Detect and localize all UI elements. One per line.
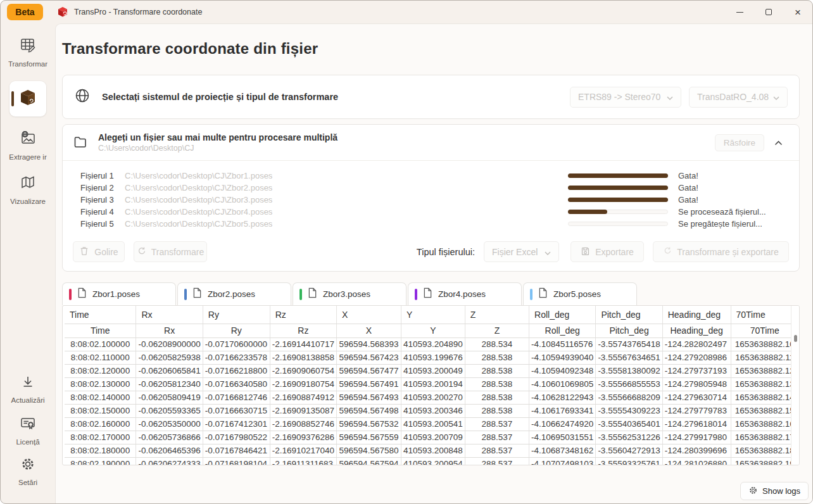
tab-Zbor5.poses[interactable]: Zbor5.poses [523,282,637,305]
cell: 288.537 [465,444,529,457]
transform-button[interactable]: Transformare [134,241,207,262]
table-row[interactable]: 8:08:02.100000-0.06208900000-0.071706000… [65,337,799,351]
browse-button[interactable]: Răsfoire [715,134,764,151]
cell: -0.07168198104 [203,457,270,465]
file-path: C:\Users\codor\Desktop\CJ\Zbor2.poses [125,183,568,192]
cell: -2.16911311683 [270,457,336,465]
table-scrollbar[interactable] [791,306,799,465]
cell: -4.10687348162 [529,444,596,457]
file-path: C:\Users\codor\Desktop\CJ\Zbor5.poses [125,219,568,229]
cell: -4.10628122943 [529,391,596,404]
cell: 1653638882.15 [731,404,799,417]
column-header: 70Time [731,306,799,324]
file-type-dropdown[interactable]: Fișier Excel [484,241,559,262]
cell: -4.10594092348 [529,364,596,377]
show-logs-button[interactable]: Show logs [740,482,809,500]
cell: -124.280399696 [662,444,731,457]
cell: 8:08:02.150000 [65,404,136,417]
column-header: Pitch_deg [596,306,662,324]
cell: 410593.200848 [401,444,465,457]
projection-card-title: Selectați sistemul de proiecție și tipul… [102,92,338,102]
cell: -0.07167412301 [203,417,270,431]
cell: 410593.200194 [401,377,465,391]
table-row[interactable]: 8:08:02.150000-0.06205593365-0.071666307… [65,404,799,417]
cell: -0.07166340580 [203,377,270,391]
collapse-button[interactable] [774,138,783,148]
table-row[interactable]: 8:08:02.140000-0.06205809419-0.071668127… [65,391,799,404]
clear-button[interactable]: Golire [73,241,125,262]
maximize-icon [766,9,772,15]
app-logo-icon [57,6,68,18]
table-row[interactable]: 8:08:02.190000-0.06206274333-0.071681981… [65,457,799,465]
tab-Zbor3.poses[interactable]: Zbor3.poses [293,282,406,305]
cell: 596594.567580 [337,444,401,457]
sidebar-item-4[interactable]: Vizualizare [1,174,55,205]
table-row[interactable]: 8:08:02.160000-0.06205350000-0.071674123… [65,417,799,431]
show-logs-label: Show logs [762,486,800,496]
cell: 596594.567559 [337,431,401,444]
cell: -0.06206065841 [136,364,203,377]
cell: 288.537 [465,457,529,465]
subheader-cell: Time [65,324,136,337]
file-path: C:\Users\codor\Desktop\CJ\Zbor1.poses [125,171,568,180]
close-button[interactable]: × [783,1,812,23]
maximize-button[interactable] [754,1,783,23]
cell: -124.282802497 [662,337,731,351]
minimize-icon [736,12,743,13]
file-row-2: Fișierul 2 C:\Users\codor\Desktop\CJ\Zbo… [80,182,789,194]
table-row[interactable]: 8:08:02.120000-0.06206065841-0.071662188… [65,364,799,377]
sidebar-item-1[interactable]: Transformar [1,37,55,68]
cell: -2.16909376286 [270,431,336,444]
file-status: Gata! [678,171,789,180]
table-row[interactable]: 8:08:02.170000-0.06205736866-0.071679805… [65,431,799,444]
tab-label: Zbor1.poses [92,289,140,299]
sidebar-item-label: Vizualizare [10,198,46,205]
file-actions: Golire Transformare Tipul fișierului: Fi… [63,234,799,271]
close-icon: × [795,7,801,18]
app-window: Beta TransPro - Transformare coordonate … [0,0,813,504]
scrollbar-thumb[interactable] [794,335,797,342]
subheader-cell: X [337,324,401,337]
cell: -2.16908852746 [270,417,336,431]
file-type-value: Fișier Excel [492,247,538,257]
table-row[interactable]: 8:08:02.110000-0.06205825938-0.071662335… [65,351,799,364]
cell: 288.538 [465,391,529,404]
sidebar-item-label: Actualizări [11,396,44,404]
transform-export-button[interactable]: Transformare și exportare [653,241,789,262]
doc-icon [77,287,87,301]
file-list: Fișierul 1 C:\Users\codor\Desktop\CJ\Zbo… [63,161,799,234]
cell: -0.07166812746 [203,391,270,404]
tab-Zbor1.poses[interactable]: Zbor1.poses [62,282,176,305]
transform-method-dropdown[interactable]: TransDatRO_4.08 [689,87,788,108]
sidebar-bottom-item-3[interactable]: Setări [1,457,55,486]
tab-label: Zbor4.poses [438,289,486,299]
cell: -0.07166218800 [203,364,270,377]
cell: -2.16909180754 [270,377,336,391]
projection-system-dropdown[interactable]: ETRS89 -> Stereo70 [570,87,681,108]
tab-Zbor2.poses[interactable]: Zbor2.poses [177,282,291,305]
minimize-button[interactable] [725,1,754,23]
sidebar-bottom-item-2[interactable]: Licență [1,415,55,446]
cell: -4.10707498103 [529,457,596,465]
cell: 410593.200541 [401,417,465,431]
tab-color-indicator [415,289,417,300]
tab-Zbor4.poses[interactable]: Zbor4.poses [408,282,522,305]
column-header: Rz [270,306,336,324]
cell: -0.06205736866 [136,431,203,444]
sidebar-item-3[interactable]: Extragere ir [1,130,55,161]
tab-color-indicator [299,289,302,300]
file-status: Gata! [678,195,789,205]
folder-icon [73,134,88,151]
table-row[interactable]: 8:08:02.130000-0.06205812340-0.071663405… [65,377,799,391]
cell: -124.279805948 [662,377,731,391]
sidebar-item-2[interactable] [1,81,55,117]
sidebar-item-label: Licență [16,438,39,446]
cell: -124.279630714 [662,391,731,404]
table-row[interactable]: 8:08:02.180000-0.06206465396-0.071678464… [65,444,799,457]
cell: -0.06205593365 [136,404,203,417]
cell: 596594.567477 [337,364,401,377]
sidebar-bottom-item-1[interactable]: Actualizări [1,374,55,404]
cell: 1653638882.17 [731,431,799,444]
export-button[interactable]: Exportare [570,241,644,262]
gear-icon [20,457,35,474]
